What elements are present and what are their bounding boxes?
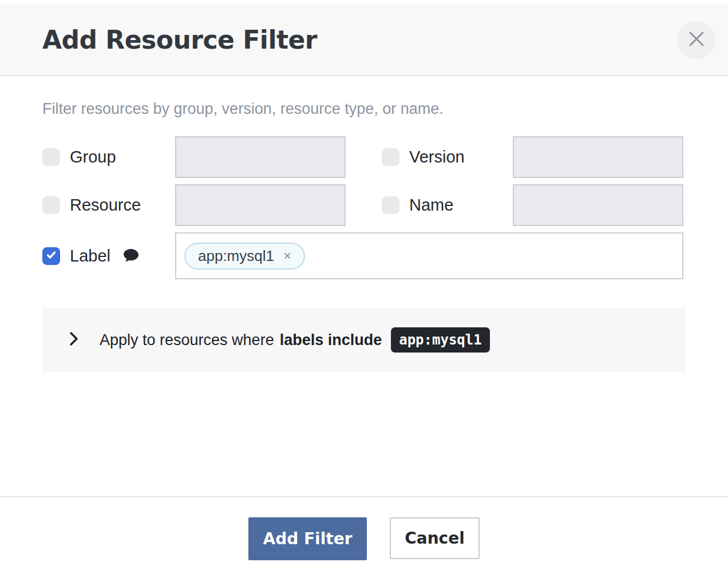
check-icon (46, 250, 57, 263)
modal-title: Add Resource Filter (42, 25, 317, 54)
label-checkbox[interactable] (42, 247, 60, 265)
apply-summary-toggle[interactable]: Apply to resources where labels include … (42, 308, 686, 372)
modal-body: Filter resources by group, version, reso… (0, 76, 728, 372)
name-label: Name (409, 196, 453, 215)
close-button[interactable] (678, 21, 715, 59)
resource-input[interactable] (175, 184, 346, 226)
group-input[interactable] (175, 136, 346, 178)
version-field-label: Version (382, 148, 513, 167)
label-tag-chip: app:mysql1 × (184, 243, 305, 270)
label-tag-input[interactable]: app:mysql1 × (175, 232, 683, 279)
close-icon (687, 29, 706, 50)
name-input[interactable] (513, 184, 683, 226)
resource-checkbox[interactable] (42, 196, 60, 214)
resource-field-label: Resource (42, 196, 175, 215)
modal-footer: Add Filter Cancel (0, 497, 728, 560)
add-filter-button[interactable]: Add Filter (248, 517, 367, 560)
group-label: Group (70, 148, 116, 167)
label-label: Label (70, 247, 110, 266)
label-field-label: Label (42, 247, 175, 266)
chevron-right-icon (68, 330, 80, 350)
version-checkbox[interactable] (382, 148, 399, 166)
filter-form: Group Version Resource Name (42, 136, 686, 279)
label-tag-text: app:mysql1 (198, 247, 274, 265)
version-label: Version (409, 148, 465, 167)
apply-summary-text: Apply to resources where labels include … (100, 327, 490, 353)
apply-prefix: Apply to resources where (100, 331, 274, 349)
speech-bubble-icon (122, 248, 140, 264)
remove-tag-icon[interactable]: × (283, 249, 291, 263)
modal-header: Add Resource Filter (0, 5, 728, 76)
name-field-label: Name (382, 196, 513, 215)
apply-value-badge: app:mysql1 (391, 327, 490, 353)
name-checkbox[interactable] (382, 196, 399, 214)
apply-condition: labels include (280, 331, 382, 349)
group-checkbox[interactable] (42, 148, 60, 166)
resource-label: Resource (70, 196, 141, 215)
group-field-label: Group (42, 148, 175, 167)
version-input[interactable] (513, 136, 683, 178)
cancel-button[interactable]: Cancel (390, 517, 480, 559)
filter-description: Filter resources by group, version, reso… (42, 100, 686, 118)
